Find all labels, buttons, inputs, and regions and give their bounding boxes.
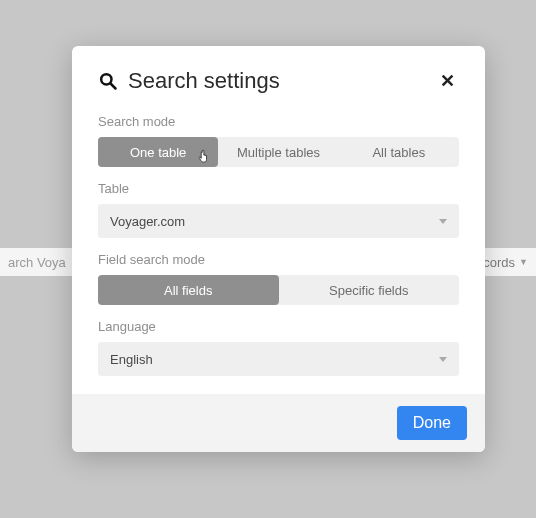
language-select[interactable]: English xyxy=(98,342,459,376)
caret-down-icon: ▼ xyxy=(519,257,528,267)
dialog-header: Search settings ✕ xyxy=(72,46,485,104)
dialog-title: Search settings xyxy=(128,68,280,94)
search-mode-segmented: One table Multiple tables All tables xyxy=(98,137,459,167)
done-button-label: Done xyxy=(413,414,451,431)
search-mode-all-tables[interactable]: All tables xyxy=(339,137,459,167)
done-button[interactable]: Done xyxy=(397,406,467,440)
table-select[interactable]: Voyager.com xyxy=(98,204,459,238)
search-icon xyxy=(98,71,118,91)
bg-search-fragment: arch Voya xyxy=(8,255,66,270)
field-search-mode-label: Field search mode xyxy=(98,252,459,267)
search-mode-label: Search mode xyxy=(98,114,459,129)
caret-down-icon xyxy=(439,357,447,362)
dialog-title-group: Search settings xyxy=(98,68,280,94)
caret-down-icon xyxy=(439,219,447,224)
svg-line-1 xyxy=(111,84,116,89)
search-mode-one-table-label: One table xyxy=(130,145,186,160)
bg-records-label: cords xyxy=(483,255,515,270)
close-icon: ✕ xyxy=(440,71,455,91)
dialog-footer: Done xyxy=(72,394,485,452)
field-mode-specific-fields[interactable]: Specific fields xyxy=(279,275,460,305)
close-button[interactable]: ✕ xyxy=(436,68,459,94)
search-mode-all-tables-label: All tables xyxy=(372,145,425,160)
field-mode-all-fields-label: All fields xyxy=(164,283,212,298)
table-select-value: Voyager.com xyxy=(110,214,185,229)
dialog-body: Search mode One table Multiple tables Al… xyxy=(72,104,485,394)
language-label: Language xyxy=(98,319,459,334)
search-mode-multiple-tables[interactable]: Multiple tables xyxy=(218,137,338,167)
language-select-value: English xyxy=(110,352,153,367)
field-mode-all-fields[interactable]: All fields xyxy=(98,275,279,305)
field-search-mode-segmented: All fields Specific fields xyxy=(98,275,459,305)
search-mode-one-table[interactable]: One table xyxy=(98,137,218,167)
field-mode-specific-fields-label: Specific fields xyxy=(329,283,408,298)
bg-records-fragment: cords ▼ xyxy=(483,255,528,270)
table-label: Table xyxy=(98,181,459,196)
cursor-hand-icon xyxy=(196,148,210,164)
search-mode-multiple-tables-label: Multiple tables xyxy=(237,145,320,160)
search-settings-dialog: Search settings ✕ Search mode One table … xyxy=(72,46,485,452)
